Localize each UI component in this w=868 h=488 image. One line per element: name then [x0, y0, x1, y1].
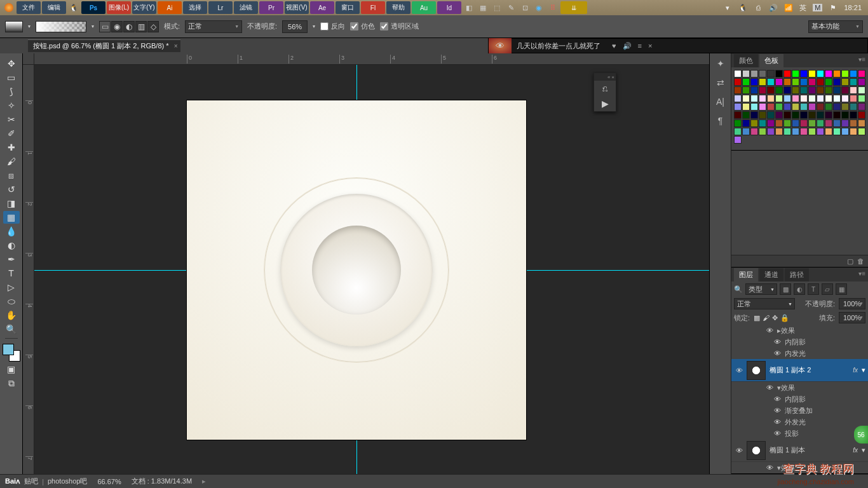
paragraph-icon[interactable]: ¶: [718, 116, 723, 126]
swatch[interactable]: [750, 119, 758, 127]
app-icon-3[interactable]: ⬚: [491, 1, 503, 14]
tool-preset-picker[interactable]: [5, 21, 23, 32]
swatch[interactable]: [783, 128, 791, 135]
swatch[interactable]: [742, 103, 750, 111]
swatch[interactable]: [833, 86, 841, 94]
swatch[interactable]: [767, 86, 775, 94]
swatch[interactable]: [742, 119, 750, 127]
au-icon[interactable]: Au: [412, 1, 436, 14]
swatch[interactable]: [759, 111, 766, 119]
app-icon-4[interactable]: ✎: [505, 1, 517, 14]
swatch[interactable]: [825, 111, 832, 119]
swatch[interactable]: [841, 111, 849, 119]
swatch[interactable]: [775, 95, 783, 102]
swatch[interactable]: [759, 86, 766, 94]
swatch[interactable]: [734, 128, 742, 135]
swatch[interactable]: [817, 78, 824, 86]
swatch[interactable]: [850, 78, 857, 86]
swatch[interactable]: [858, 86, 865, 94]
swatch[interactable]: [783, 95, 791, 102]
swatch[interactable]: [759, 119, 766, 127]
swatch[interactable]: [817, 95, 824, 102]
fx-badge[interactable]: fx: [853, 447, 862, 454]
swatch[interactable]: [742, 128, 750, 135]
swatch[interactable]: [783, 70, 791, 78]
swatch[interactable]: [734, 119, 742, 127]
layer-name[interactable]: 椭圆 1 副本 2: [770, 365, 811, 375]
swatch[interactable]: [817, 86, 824, 94]
swatch[interactable]: [841, 119, 849, 127]
layer-list[interactable]: 👁▸ 效果 👁内阴影 👁内发光 👁 椭圆 1 副本 2 fx▾ 👁▾ 效果 👁内…: [731, 325, 868, 473]
swatch[interactable]: [750, 78, 758, 86]
close-notif-icon[interactable]: ×: [648, 42, 652, 50]
start-icon[interactable]: [3, 1, 15, 14]
qq-icon[interactable]: 🐧: [67, 1, 80, 14]
swatch[interactable]: [850, 128, 857, 135]
swatch[interactable]: [767, 128, 775, 135]
swatch[interactable]: [742, 86, 750, 94]
visibility-toggle[interactable]: 👁: [731, 367, 747, 374]
swatch[interactable]: [808, 111, 816, 119]
heal-tool[interactable]: ✚: [3, 141, 20, 154]
wand-tool[interactable]: ✧: [3, 99, 20, 112]
swatch[interactable]: [808, 78, 816, 86]
swatch[interactable]: [759, 78, 766, 86]
adjustments-icon[interactable]: ✦: [717, 58, 724, 69]
swatch[interactable]: [750, 128, 758, 135]
swatch[interactable]: [841, 86, 849, 94]
dither-checkbox[interactable]: 仿色: [350, 22, 375, 31]
qq-tray-icon[interactable]: 🐧: [738, 3, 747, 12]
swatch[interactable]: [825, 119, 832, 127]
swatch[interactable]: [759, 103, 766, 111]
swatch[interactable]: [767, 95, 775, 102]
layer-ellipse-copy[interactable]: 👁 椭圆 1 副本 fx▾: [731, 439, 868, 462]
move-tool[interactable]: ✥: [3, 57, 20, 70]
swatch[interactable]: [767, 78, 775, 86]
filter-pixel-icon[interactable]: ▩: [780, 283, 791, 295]
ruler-origin[interactable]: [23, 53, 34, 65]
swatch[interactable]: [742, 111, 750, 119]
layer-thumb[interactable]: [747, 361, 766, 380]
swatch[interactable]: [742, 78, 750, 86]
eyedropper-tool[interactable]: ✐: [3, 127, 20, 140]
panel-menu-icon[interactable]: ▾≡: [858, 56, 865, 63]
menu-help[interactable]: 帮助: [386, 1, 410, 14]
swatch[interactable]: [792, 78, 799, 86]
filter-type-icon[interactable]: T: [808, 283, 819, 295]
trash-icon-1[interactable]: 🗑: [857, 257, 864, 265]
app-icon-5[interactable]: ⊡: [519, 1, 531, 14]
swatch[interactable]: [734, 70, 742, 78]
mini-history-icon[interactable]: ⎌: [594, 81, 616, 96]
swatch[interactable]: [808, 70, 816, 78]
gradient-diamond[interactable]: ◇: [147, 21, 159, 32]
swatch[interactable]: [800, 103, 808, 111]
swatch[interactable]: [833, 128, 841, 135]
fx-badge[interactable]: fx: [853, 367, 862, 374]
swatch[interactable]: [800, 128, 808, 135]
swatch[interactable]: [858, 119, 865, 127]
swatch[interactable]: [792, 86, 799, 94]
visibility-toggle[interactable]: 👁: [731, 447, 747, 454]
swatch[interactable]: [792, 111, 799, 119]
mini-panel[interactable]: «× ⎌ ▶: [593, 72, 616, 112]
swatch[interactable]: [817, 111, 824, 119]
swatch[interactable]: [775, 86, 783, 94]
swatch[interactable]: [783, 119, 791, 127]
swatch[interactable]: [841, 78, 849, 86]
gradient-angle[interactable]: ◐: [123, 21, 135, 32]
transparency-checkbox[interactable]: 透明区域: [380, 22, 419, 31]
swatch[interactable]: [792, 128, 799, 135]
eraser-tool[interactable]: ◨: [3, 197, 20, 210]
swatch[interactable]: [750, 86, 758, 94]
new-item-icon[interactable]: ▢: [847, 257, 853, 266]
swatch[interactable]: [858, 95, 865, 102]
workspace-select[interactable]: 基本功能: [808, 20, 863, 33]
lock-pos-icon[interactable]: ✥: [772, 314, 778, 322]
swatch[interactable]: [833, 70, 841, 78]
swatch[interactable]: [833, 95, 841, 102]
menu-edit[interactable]: 编辑: [42, 1, 66, 14]
swatch[interactable]: [734, 103, 742, 111]
swatch[interactable]: [750, 111, 758, 119]
filter-adjust-icon[interactable]: ◐: [794, 283, 805, 295]
wifi-icon[interactable]: 📶: [784, 3, 793, 12]
